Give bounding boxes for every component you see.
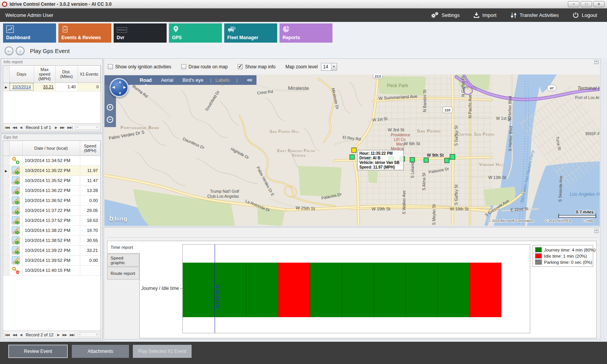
merge-icon: MERGE: [117, 25, 125, 33]
chevron-down-icon[interactable]: ↓: [16, 46, 25, 55]
collapse-chart-panel-button[interactable]: [594, 229, 599, 233]
toolbar-divider: |: [210, 78, 212, 83]
pan-left-icon[interactable]: ◀: [112, 85, 115, 89]
prev-record-icon[interactable]: ◀: [20, 333, 22, 337]
tab-dashboard-label: Dashboard: [6, 35, 30, 40]
next-page-icon[interactable]: ▶▶: [60, 126, 65, 129]
map-pin-icon: [172, 25, 180, 33]
show-map-info-checkbox[interactable]: Show map info: [238, 64, 275, 69]
gps-row[interactable]: 10/3/2014 11:36:22 PM13.28: [3, 185, 101, 195]
tab-reports[interactable]: Reports: [280, 23, 332, 43]
gps-date: 10/3/2014 11:35:22 PM: [22, 165, 80, 175]
zoom-out-icon[interactable]: [107, 116, 113, 123]
tab-speed-graphic[interactable]: Speed graphic: [107, 254, 139, 266]
import-button[interactable]: Import: [473, 12, 496, 19]
minimize-button[interactable]: –: [568, 1, 579, 7]
maximize-button[interactable]: □: [581, 1, 592, 7]
gps-row[interactable]: 10/3/2014 11:35:52 PM11.47: [3, 175, 101, 185]
gps-row[interactable]: 10/3/2014 11:38:22 PM19.70: [3, 225, 101, 235]
col-dist[interactable]: Dist. (Miles): [55, 66, 78, 83]
tab-route-report[interactable]: Route report: [107, 267, 139, 280]
last-record-icon[interactable]: ▶▶|: [70, 333, 74, 337]
col-date-hour[interactable]: Date / hour (local): [22, 141, 80, 156]
logout-button[interactable]: Logout: [572, 12, 597, 19]
col-speed[interactable]: Speed (MPH): [80, 141, 101, 156]
gps-date: 10/3/2014 11:40:15 PM: [22, 265, 80, 275]
max-speed-link[interactable]: 33.21: [43, 84, 54, 89]
gps-date: 10/3/2014 11:36:52 PM: [22, 195, 80, 205]
gps-row[interactable]: 10/3/2014 11:37:52 PM18.63: [3, 215, 101, 225]
next-page-icon[interactable]: ▶▶: [63, 333, 67, 337]
pan-right-icon[interactable]: ▶: [123, 85, 126, 89]
bing-map[interactable]: 213 110 47 Burma Rd Crest Rd Southfield …: [104, 74, 600, 226]
prev-page-icon[interactable]: ◀◀: [12, 333, 17, 337]
col-x1-events[interactable]: X1 Events: [78, 66, 101, 83]
gps-row[interactable]: 10/3/2014 11:36:52 PM0.00: [3, 195, 101, 205]
prev-page-icon[interactable]: ◀◀: [12, 126, 17, 129]
info-report-row[interactable]: ▶ 10/3/2014 33.21 1.40 0: [3, 83, 101, 91]
map-zoom-select[interactable]: 14 ▼: [321, 63, 337, 71]
gps-speed: 11.47: [80, 175, 101, 185]
route-marker-green[interactable]: [350, 155, 354, 159]
first-record-icon[interactable]: |◀◀: [5, 126, 9, 129]
route-marker-green[interactable]: [424, 158, 428, 162]
map-compass-control[interactable]: ▲ ▼ ◀ ▶: [109, 78, 129, 97]
show-ignition-checkbox[interactable]: Show only ignition activities: [108, 64, 171, 69]
route-marker-green[interactable]: [410, 157, 415, 162]
gps-row[interactable]: 10/3/2014 11:39:52 PM0.00: [3, 255, 101, 265]
transfer-activities-button[interactable]: Transfer Activities: [510, 12, 559, 19]
map-style-labels[interactable]: Labels: [215, 78, 230, 83]
last-record-icon[interactable]: ▶▶|: [68, 126, 72, 129]
attachments-button[interactable]: Attachments: [72, 345, 129, 358]
route-start-marker[interactable]: [352, 148, 356, 152]
route-marker-green[interactable]: [450, 154, 455, 159]
prev-record-icon[interactable]: ◀: [20, 126, 22, 129]
chart-plot-area: Journey / Idle time 11:35:22 PM: [182, 244, 530, 333]
horizontal-scrollbar[interactable]: [78, 332, 99, 337]
page-title: Play Gps Event: [30, 48, 69, 54]
review-event-button[interactable]: Review Event: [8, 345, 68, 358]
bing-logo[interactable]: b bing: [109, 215, 127, 223]
gps-speed: 18.63: [80, 215, 101, 225]
next-record-icon[interactable]: ▶: [55, 126, 57, 129]
map-info-tooltip: Hour: 11:35:22 PM Driver: Al B Vehicle: …: [357, 150, 404, 170]
map-style-aerial[interactable]: Aerial: [161, 78, 173, 83]
bing-logo-icon: b: [109, 215, 114, 223]
horizontal-scrollbar[interactable]: [75, 125, 99, 130]
first-record-icon[interactable]: |◀◀: [5, 333, 9, 337]
gps-row[interactable]: ▶10/3/2014 11:35:22 PM11.97: [3, 165, 101, 175]
pan-down-icon[interactable]: ▼: [118, 91, 122, 95]
pan-up-icon[interactable]: ▲: [118, 80, 122, 84]
collapse-map-panel-button[interactable]: [594, 60, 599, 64]
chart-segment-journey: [183, 263, 278, 317]
close-button[interactable]: ×: [593, 1, 605, 7]
days-link[interactable]: 10/3/2014: [12, 84, 31, 89]
gps-point-icon: [12, 248, 20, 252]
gps-list-table: Date / hour (local) Speed (MPH) 10/3/201…: [3, 141, 101, 276]
gps-speed: 0.00: [80, 195, 101, 205]
gps-row[interactable]: 10/3/2014 11:39:22 PM33.21: [3, 245, 101, 255]
map-style-road[interactable]: Road: [140, 78, 152, 83]
settings-button[interactable]: Settings: [431, 12, 460, 19]
zoom-in-icon[interactable]: [107, 104, 113, 111]
tab-events-reviews[interactable]: Events & Reviews: [58, 23, 111, 43]
col-days[interactable]: Days: [9, 66, 34, 83]
tab-time-report[interactable]: Time report: [107, 241, 140, 253]
gps-row[interactable]: 10/3/2014 11:34:52 PM: [3, 156, 101, 165]
toolbar-collapse-icon[interactable]: <<: [247, 78, 252, 83]
tab-gps[interactable]: GPS: [169, 23, 222, 43]
map-style-birds-eye[interactable]: Bird's eye: [182, 78, 203, 83]
breadcrumb: ← ↓ Play Gps Event: [0, 43, 607, 58]
gps-row[interactable]: 10/3/2014 11:40:15 PM: [3, 265, 101, 275]
route-marker-green[interactable]: [445, 158, 449, 163]
draw-route-checkbox[interactable]: Draw route on map: [181, 64, 228, 69]
gps-row[interactable]: 10/3/2014 11:38:52 PM30.55: [3, 235, 101, 245]
gps-row[interactable]: 10/3/2014 11:37:22 PM29.05: [3, 205, 101, 215]
tab-dvr[interactable]: MERGE Dvr: [114, 23, 167, 43]
tab-fleet-manager[interactable]: Fleet Manager: [224, 23, 277, 43]
col-max-speed[interactable]: Max speed (MPH): [34, 66, 55, 83]
back-icon[interactable]: ←: [5, 46, 13, 55]
tab-dashboard[interactable]: Dashboard: [3, 23, 56, 43]
map-viewport[interactable]: 213 110 47 Burma Rd Crest Rd Southfield …: [104, 74, 600, 226]
next-record-icon[interactable]: ▶: [57, 333, 60, 337]
